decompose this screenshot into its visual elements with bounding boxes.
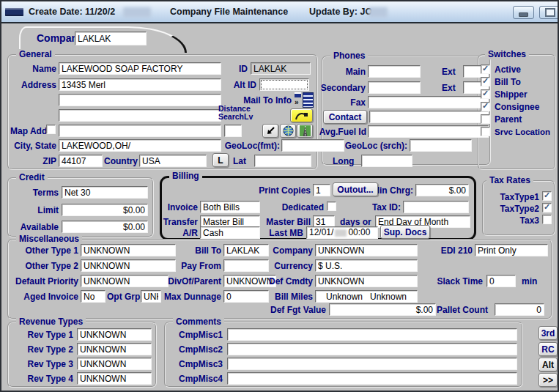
- cmpmisc4-input[interactable]: [227, 372, 517, 385]
- default-priority-input[interactable]: [81, 275, 169, 287]
- contact-input[interactable]: [369, 111, 489, 123]
- min-chrg-input[interactable]: [415, 184, 469, 196]
- l-button[interactable]: L: [212, 153, 229, 167]
- terms-input[interactable]: [62, 186, 148, 199]
- country-input[interactable]: [139, 155, 207, 167]
- edi210-input[interactable]: [475, 244, 548, 256]
- currency-input[interactable]: [315, 259, 418, 272]
- fax-input[interactable]: [368, 96, 489, 108]
- searchlv-input[interactable]: [224, 125, 242, 137]
- other-type2-input[interactable]: [81, 259, 176, 272]
- rev-type1-label: Rev Type 1: [9, 330, 73, 340]
- company-input[interactable]: [315, 244, 418, 256]
- main-phone-input[interactable]: [368, 65, 421, 78]
- cmpmisc1-input[interactable]: [227, 328, 517, 341]
- consignee-checkbox[interactable]: ✓: [481, 102, 490, 111]
- zip-input[interactable]: [59, 155, 103, 167]
- name-input[interactable]: [59, 62, 221, 75]
- slack-time-input[interactable]: [486, 275, 516, 287]
- road-button[interactable]: [297, 124, 313, 138]
- def-cmdty-label: Def Cmdty: [262, 276, 313, 286]
- route-map-button[interactable]: [290, 108, 313, 122]
- aged-invoice-input[interactable]: [81, 290, 105, 303]
- minimize-button[interactable]: [513, 6, 534, 19]
- map-addr-checkbox[interactable]: [46, 125, 56, 134]
- globe-button[interactable]: [280, 124, 296, 138]
- rev-type1-input[interactable]: [77, 328, 152, 341]
- opt-grp-input[interactable]: [141, 290, 161, 303]
- pay-from-input[interactable]: [223, 259, 269, 272]
- dedicated-checkbox[interactable]: [327, 201, 336, 211]
- tax-rates-group-label: Tax Rates: [486, 175, 533, 185]
- parent-checkbox[interactable]: [481, 114, 490, 124]
- revenue-types-group-label: Revenue Types: [16, 317, 86, 327]
- third-party-button[interactable]: 3rd: [538, 326, 558, 340]
- invoice-input[interactable]: [200, 201, 260, 213]
- general-group-label: General: [16, 49, 55, 59]
- credit-group-label: Credit: [16, 172, 48, 182]
- company-label: Company: [265, 245, 313, 256]
- bill-to-checkbox[interactable]: ✓: [481, 77, 490, 86]
- print-copies-input[interactable]: [313, 184, 330, 196]
- avg-fuel-input[interactable]: [368, 125, 489, 138]
- consignee-label: Consignee: [495, 102, 539, 112]
- active-label: Active: [495, 64, 521, 75]
- taxtype1-checkbox[interactable]: ✓: [542, 191, 552, 201]
- address1-input[interactable]: [59, 78, 221, 91]
- alt-id-input[interactable]: [259, 78, 309, 91]
- chevrons-icon: »: [295, 98, 299, 106]
- taxtype2-checkbox[interactable]: ✓: [542, 203, 552, 212]
- id-field: [251, 62, 311, 75]
- company-key-input[interactable]: [75, 32, 147, 45]
- ext2-label: Ext: [442, 83, 456, 93]
- alt-button[interactable]: Alt: [538, 358, 558, 371]
- rev-type4-input[interactable]: [77, 372, 152, 385]
- cmpmisc2-input[interactable]: [227, 343, 517, 355]
- secondary-phone-input[interactable]: [368, 81, 421, 94]
- edi210-label: EDI 210: [438, 245, 473, 256]
- geoloc-srch-label: GeoLoc (srch):: [344, 141, 407, 151]
- bill-miles-input[interactable]: [315, 290, 418, 303]
- active-checkbox[interactable]: ✓: [481, 64, 490, 74]
- output-button[interactable]: Outout...: [333, 182, 378, 196]
- srvc-location-checkbox[interactable]: [481, 127, 490, 136]
- def-fgt-value-input[interactable]: [329, 303, 436, 316]
- mail-to-info-button[interactable]: »: [295, 92, 313, 107]
- address2-input[interactable]: [59, 94, 221, 106]
- rev-type3-input[interactable]: [77, 358, 152, 370]
- tax-id-input[interactable]: [403, 201, 469, 213]
- create-date-label: Create Date: 11/20/2: [29, 7, 115, 17]
- geoloc-srch-input[interactable]: [410, 139, 472, 152]
- tax3-checkbox[interactable]: [542, 215, 552, 224]
- titlebar: Create Date: 11/20/2 Company File Mainte…: [1, 1, 558, 23]
- rev-type2-input[interactable]: [77, 343, 152, 355]
- lat-input[interactable]: [254, 155, 311, 167]
- geoloc-fmt-input[interactable]: [281, 139, 344, 152]
- locate-arrow-button[interactable]: [262, 124, 278, 138]
- redaction-smudge: [123, 7, 151, 18]
- fax-label: Fax: [324, 97, 366, 108]
- available-input[interactable]: [62, 221, 148, 233]
- main-phone-label: Main: [324, 67, 366, 77]
- map-addr-input[interactable]: [59, 125, 221, 137]
- city-state-input[interactable]: [59, 139, 221, 152]
- cmpmisc3-input[interactable]: [227, 358, 517, 370]
- other-type1-input[interactable]: [81, 244, 176, 256]
- rc-button[interactable]: RC: [538, 342, 558, 356]
- pallet-count-input[interactable]: [495, 303, 544, 316]
- bill-to-input[interactable]: [223, 244, 269, 256]
- limit-input[interactable]: [62, 204, 148, 216]
- long-input[interactable]: [361, 155, 412, 167]
- sup-docs-button[interactable]: Sup. Docs: [380, 225, 430, 239]
- maximize-button[interactable]: [539, 6, 559, 19]
- more-button[interactable]: >>: [538, 373, 558, 387]
- address3-input[interactable]: [59, 109, 221, 122]
- limit-label: Limit: [9, 205, 59, 215]
- ar-input[interactable]: [200, 226, 260, 239]
- contact-button[interactable]: Contact: [323, 110, 367, 124]
- def-cmdty-input[interactable]: [315, 275, 418, 287]
- shipper-checkbox[interactable]: ✓: [481, 89, 490, 99]
- last-mb-field[interactable]: 12/01/00:00: [306, 226, 378, 239]
- transfer-label: Transfer: [159, 217, 198, 227]
- cmpmisc3-label: CmpMisc3: [177, 359, 223, 369]
